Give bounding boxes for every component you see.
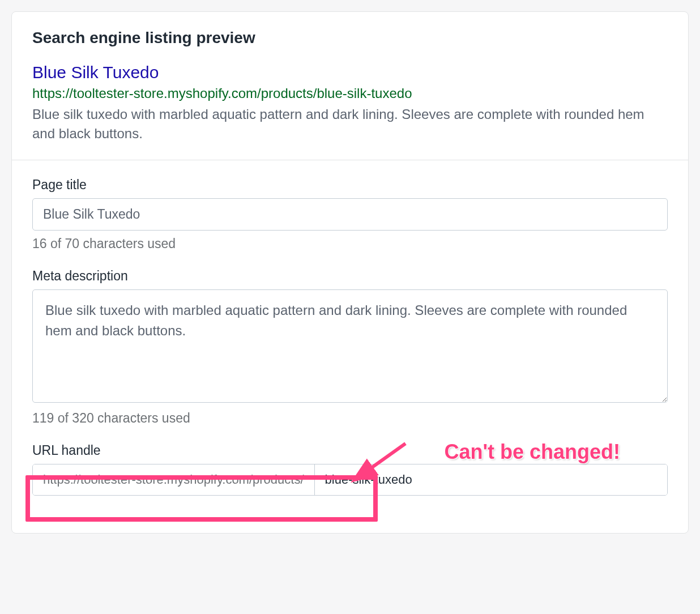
form-section: Page title 16 of 70 characters used Meta… [12,160,688,533]
url-handle-container: https://tooltester-store.myshopify.com/p… [32,464,668,496]
meta-description-label: Meta description [32,268,668,284]
url-handle-prefix: https://tooltester-store.myshopify.com/p… [33,464,315,495]
meta-description-helper: 119 of 320 characters used [32,411,668,426]
preview-url: https://tooltester-store.myshopify.com/p… [32,86,668,101]
seo-card: Search engine listing preview Blue Silk … [11,11,689,534]
meta-description-group: Meta description 119 of 320 characters u… [32,268,668,426]
preview-heading: Search engine listing preview [32,29,668,47]
url-handle-input[interactable] [315,464,667,495]
url-handle-label: URL handle [32,443,668,458]
preview-title: Blue Silk Tuxedo [32,63,668,82]
page-title-helper: 16 of 70 characters used [32,236,668,251]
page-title-label: Page title [32,177,668,193]
url-handle-group: URL handle https://tooltester-store.mysh… [32,443,668,496]
page-title-group: Page title 16 of 70 characters used [32,177,668,251]
page-title-input[interactable] [32,198,668,231]
preview-description: Blue silk tuxedo with marbled aquatic pa… [32,105,668,143]
meta-description-input[interactable] [32,289,668,403]
preview-section: Search engine listing preview Blue Silk … [12,12,688,160]
